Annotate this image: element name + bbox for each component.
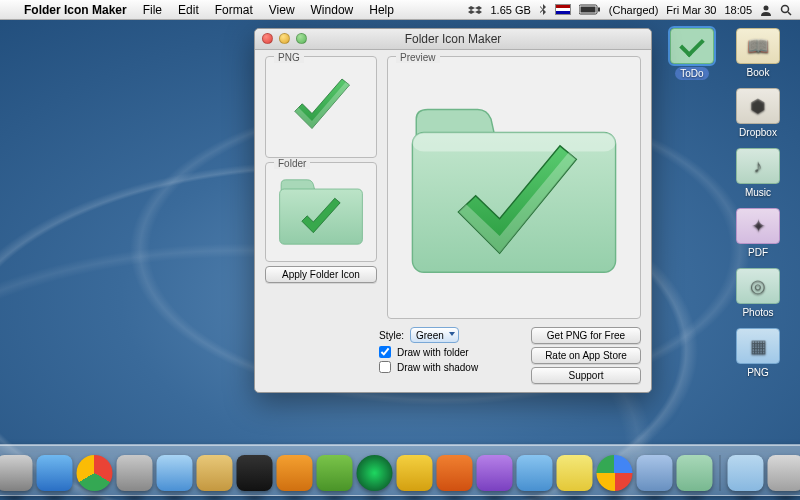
svg-rect-8 <box>412 132 615 151</box>
dock-abstract-app[interactable] <box>637 455 673 491</box>
dock-downloads-stack[interactable] <box>768 455 801 491</box>
folder-icon: ⬢ <box>736 88 780 124</box>
desktop-icon-todo-wrap: ToDo <box>666 28 718 80</box>
rate-app-store-button[interactable]: Rate on App Store <box>531 347 641 364</box>
battery-icon[interactable] <box>579 4 601 15</box>
dock-app-store[interactable] <box>37 455 73 491</box>
menu-window[interactable]: Window <box>303 3 362 17</box>
memory-status[interactable]: 1.65 GB <box>490 4 530 16</box>
desktop-icon-label: PNG <box>747 367 769 378</box>
desktop-icon-label: Photos <box>742 307 773 318</box>
desktop-icon-todo[interactable]: ToDo <box>666 28 718 80</box>
clock-date[interactable]: Fri Mar 30 <box>666 4 716 16</box>
menu-view[interactable]: View <box>261 3 303 17</box>
spotlight-icon[interactable] <box>780 4 792 16</box>
dock-xcode[interactable] <box>157 455 193 491</box>
png-glyph-icon: ▦ <box>750 335 767 357</box>
photos-glyph-icon: ◎ <box>750 275 766 297</box>
desktop-icon-label: Dropbox <box>739 127 777 138</box>
desktop-icon-label: Book <box>747 67 770 78</box>
app-window: Folder Icon Maker PNG Folder Apply Folde… <box>254 28 652 393</box>
png-legend: PNG <box>274 52 304 63</box>
close-button[interactable] <box>262 33 273 44</box>
bluetooth-icon[interactable] <box>539 4 547 16</box>
folder-group: Folder <box>265 162 377 262</box>
dock-safari-compass[interactable] <box>0 455 33 491</box>
dock-system-preferences[interactable] <box>117 455 153 491</box>
dock-applications-folder[interactable] <box>728 455 764 491</box>
desktop-icons: 📖Book⬢Dropbox♪Music✦PDF◎Photos▦PNG <box>732 28 784 378</box>
desktop-icon-label: Music <box>745 187 771 198</box>
battery-status-text: (Charged) <box>609 4 659 16</box>
dropbox-glyph-icon: ⬢ <box>750 95 766 117</box>
desktop-icon-pdf[interactable]: ✦PDF <box>732 208 784 258</box>
dock-folder-icon-maker[interactable] <box>677 455 713 491</box>
user-menu-icon[interactable] <box>760 4 772 16</box>
window-titlebar[interactable]: Folder Icon Maker <box>255 29 651 50</box>
dock-stickies[interactable] <box>557 455 593 491</box>
menu-help[interactable]: Help <box>361 3 402 17</box>
svg-line-5 <box>788 12 791 15</box>
book-glyph-icon: 📖 <box>747 35 769 57</box>
dock-itunes[interactable] <box>477 455 513 491</box>
folder-icon: 📖 <box>736 28 780 64</box>
dock-rocket-app[interactable] <box>277 455 313 491</box>
clock-time[interactable]: 18:05 <box>724 4 752 16</box>
dock-spotify[interactable] <box>357 455 393 491</box>
svg-point-3 <box>764 5 769 10</box>
pdf-glyph-icon: ✦ <box>751 215 766 237</box>
zoom-button[interactable] <box>296 33 307 44</box>
style-select[interactable]: Green <box>410 327 459 343</box>
dock-evernote[interactable] <box>317 455 353 491</box>
dock-google[interactable] <box>597 455 633 491</box>
dock-mail[interactable] <box>197 455 233 491</box>
menu-edit[interactable]: Edit <box>170 3 207 17</box>
draw-with-folder-checkbox[interactable] <box>379 346 391 358</box>
dropbox-menu-icon[interactable] <box>468 4 482 16</box>
dock-cyberduck[interactable] <box>397 455 433 491</box>
draw-with-shadow-checkbox[interactable] <box>379 361 391 373</box>
draw-with-folder-label: Draw with folder <box>397 347 469 358</box>
folder-icon: ✦ <box>736 208 780 244</box>
folder-thumbnail-icon[interactable] <box>275 173 367 251</box>
dock <box>0 444 800 496</box>
dock-separator <box>720 455 721 491</box>
png-group: PNG <box>265 56 377 158</box>
apply-folder-icon-button[interactable]: Apply Folder Icon <box>265 266 377 283</box>
folder-icon: ▦ <box>736 328 780 364</box>
desktop-icon-label: PDF <box>748 247 768 258</box>
dock-chrome[interactable] <box>77 455 113 491</box>
svg-point-4 <box>782 5 789 12</box>
menu-file[interactable]: File <box>135 3 170 17</box>
input-source-icon[interactable] <box>555 4 571 15</box>
preview-legend: Preview <box>396 52 440 63</box>
folder-icon: ◎ <box>736 268 780 304</box>
preview-group: Preview <box>387 56 641 319</box>
dock-vlc[interactable] <box>437 455 473 491</box>
dock-terminal[interactable] <box>237 455 273 491</box>
minimize-button[interactable] <box>279 33 290 44</box>
support-button[interactable]: Support <box>531 367 641 384</box>
desktop-icon-dropbox[interactable]: ⬢Dropbox <box>732 88 784 138</box>
app-menu[interactable]: Folder Icon Maker <box>16 3 135 17</box>
menubar: Folder Icon Maker File Edit Format View … <box>0 0 800 20</box>
preview-folder-icon <box>399 88 629 288</box>
svg-rect-1 <box>580 7 595 13</box>
folder-legend: Folder <box>274 158 310 169</box>
dock-pages[interactable] <box>517 455 553 491</box>
desktop-icon-photos[interactable]: ◎Photos <box>732 268 784 318</box>
get-png-button[interactable]: Get PNG for Free <box>531 327 641 344</box>
desktop-icon-book[interactable]: 📖Book <box>732 28 784 78</box>
svg-rect-2 <box>598 8 600 12</box>
music-glyph-icon: ♪ <box>754 156 763 177</box>
menu-format[interactable]: Format <box>207 3 261 17</box>
desktop-icon-png[interactable]: ▦PNG <box>732 328 784 378</box>
style-label: Style: <box>379 330 404 341</box>
png-checkmark-icon[interactable] <box>281 70 361 145</box>
desktop-icon-label: ToDo <box>675 67 708 80</box>
folder-icon: ♪ <box>736 148 780 184</box>
controls-panel: Style: Green Draw with folder Draw with … <box>265 323 641 384</box>
draw-with-shadow-label: Draw with shadow <box>397 362 478 373</box>
desktop-icon-music[interactable]: ♪Music <box>732 148 784 198</box>
folder-icon <box>670 28 714 64</box>
